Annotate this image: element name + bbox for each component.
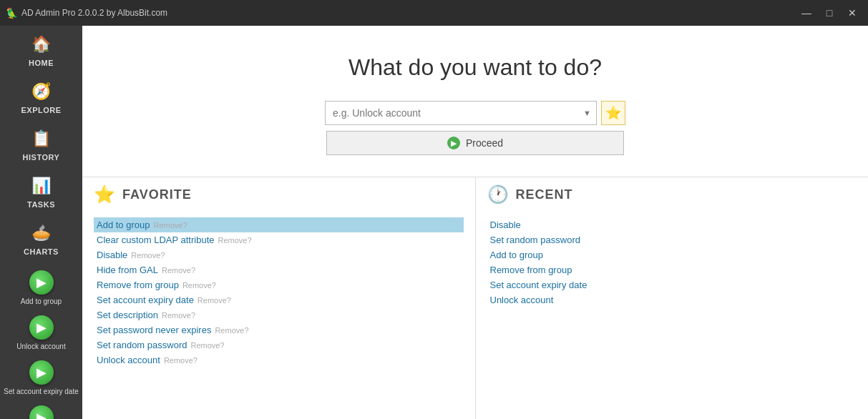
- minimize-button[interactable]: —: [796, 3, 816, 23]
- recent-item-name-2: Add to group: [490, 250, 543, 260]
- favorite-item-action-4: Remove?: [182, 281, 216, 290]
- charts-icon: 🥧: [30, 222, 53, 245]
- window-controls: — □ ✕: [796, 3, 862, 23]
- favorite-header: ⭐ FAVORITE: [94, 184, 464, 209]
- search-row: ▼ ⭐: [97, 101, 854, 125]
- favorite-item-name-5: Set account expiry date: [97, 295, 194, 305]
- remove-circle-icon: ▶: [29, 405, 54, 419]
- recent-panel-title: RECENT: [516, 187, 573, 202]
- content-area: What do you want to do? ▼ ⭐ ▶ Proceed ⭐: [82, 26, 868, 419]
- app-title: AD Admin Pro 2.0.0.2 by AlbusBit.com: [21, 8, 796, 18]
- add-group-circle-icon: ▶: [29, 270, 54, 295]
- favorite-item-name-4: Remove from group: [97, 280, 179, 290]
- recent-item-2[interactable]: Add to group: [487, 247, 857, 262]
- favorite-item-action-6: Remove?: [162, 311, 195, 320]
- favorite-item-action-0: Remove?: [153, 221, 187, 230]
- favorite-item-action-1: Remove?: [218, 236, 252, 245]
- sidebar-item-explore[interactable]: 🧭 EXPLORE: [0, 73, 82, 120]
- search-input[interactable]: [325, 101, 597, 125]
- home-icon: 🏠: [30, 33, 53, 56]
- app-icon: 🦜: [6, 7, 17, 19]
- favorite-item-7[interactable]: Set password never expires Remove?: [94, 322, 464, 337]
- favorite-item-name-1: Clear custom LDAP attribute: [97, 235, 215, 245]
- tasks-icon: 📊: [30, 174, 53, 197]
- sidebar-task-add-group[interactable]: ▶ Add to group: [0, 265, 82, 310]
- favorite-item-action-7: Remove?: [215, 326, 248, 335]
- favorite-item-1[interactable]: Clear custom LDAP attribute Remove?: [94, 232, 464, 247]
- sidebar-label-tasks: TASKS: [27, 200, 55, 209]
- sidebar-task-label-expiry: Set account expiry date: [4, 388, 79, 395]
- favorite-item-action-5: Remove?: [198, 296, 231, 305]
- favorite-item-name-2: Disable: [97, 250, 127, 260]
- sidebar-task-expiry[interactable]: ▶ Set account expiry date: [0, 355, 82, 400]
- favorite-item-name-6: Set description: [97, 310, 158, 320]
- favorite-item-name-0: Add to group: [97, 220, 150, 230]
- favorite-panel-title: FAVORITE: [122, 187, 192, 202]
- unlock-circle-icon: ▶: [29, 315, 54, 340]
- recent-item-4[interactable]: Set account expiry date: [487, 277, 857, 292]
- favorite-item-6[interactable]: Set description Remove?: [94, 307, 464, 322]
- sidebar-item-tasks[interactable]: 📊 TASKS: [0, 167, 82, 215]
- recent-clock-icon: 🕐: [487, 184, 509, 204]
- history-icon: 📋: [30, 127, 53, 150]
- recent-panel: 🕐 RECENT Disable Set random password Add…: [476, 177, 869, 419]
- favorite-item-2[interactable]: Disable Remove?: [94, 247, 464, 262]
- close-button[interactable]: ✕: [842, 3, 862, 23]
- proceed-play-icon: ▶: [447, 137, 460, 149]
- favorite-item-action-2: Remove?: [131, 251, 165, 260]
- recent-item-0[interactable]: Disable: [487, 217, 857, 232]
- sidebar-task-unlock[interactable]: ▶ Unlock account: [0, 310, 82, 355]
- proceed-label: Proceed: [466, 137, 503, 149]
- bottom-section: ⭐ FAVORITE Add to group Remove? Clear cu…: [82, 177, 868, 419]
- sidebar-label-charts: CHARTS: [24, 247, 59, 256]
- favorite-item-0[interactable]: Add to group Remove?: [94, 217, 464, 232]
- recent-item-1[interactable]: Set random password: [487, 232, 857, 247]
- favorite-item-action-8: Remove?: [190, 341, 224, 350]
- titlebar: 🦜 AD Admin Pro 2.0.0.2 by AlbusBit.com —…: [0, 0, 868, 26]
- favorite-item-action-9: Remove?: [164, 356, 198, 365]
- favorite-item-name-8: Set random password: [97, 340, 187, 350]
- page-title: What do you want to do?: [97, 54, 854, 81]
- favorite-star-icon: ⭐: [94, 184, 115, 204]
- sidebar: 🏠 HOME 🧭 EXPLORE 📋 HISTORY 📊 TASKS 🥧 CHA…: [0, 26, 82, 419]
- recent-item-name-5: Unlock account: [490, 295, 554, 305]
- sidebar-item-charts[interactable]: 🥧 CHARTS: [0, 215, 82, 262]
- favorite-item-name-3: Hide from GAL: [97, 265, 158, 275]
- favorite-item-8[interactable]: Set random password Remove?: [94, 337, 464, 353]
- top-section: What do you want to do? ▼ ⭐ ▶ Proceed: [82, 26, 868, 177]
- sidebar-task-label-add-group: Add to group: [21, 297, 62, 305]
- favorite-item-name-7: Set password never expires: [97, 325, 211, 335]
- favorite-item-action-3: Remove?: [162, 266, 195, 275]
- recent-item-name-1: Set random password: [490, 235, 580, 245]
- sidebar-label-home: HOME: [29, 59, 54, 67]
- sidebar-item-history[interactable]: 📋 HISTORY: [0, 120, 82, 167]
- explore-icon: 🧭: [30, 80, 53, 103]
- favorite-panel: ⭐ FAVORITE Add to group Remove? Clear cu…: [82, 177, 476, 419]
- expiry-circle-icon: ▶: [29, 360, 54, 385]
- proceed-row: ▶ Proceed: [97, 131, 854, 155]
- recent-item-name-0: Disable: [490, 220, 521, 230]
- recent-item-name-3: Remove from group: [490, 265, 572, 275]
- sidebar-task-remove[interactable]: ▶ Remove from: [0, 400, 82, 419]
- sidebar-task-label-unlock: Unlock account: [16, 342, 65, 350]
- proceed-button[interactable]: ▶ Proceed: [326, 131, 624, 155]
- favorite-item-9[interactable]: Unlock account Remove?: [94, 353, 464, 368]
- search-input-wrapper: ▼: [325, 101, 597, 125]
- recent-item-3[interactable]: Remove from group: [487, 262, 857, 277]
- recent-header: 🕐 RECENT: [487, 184, 857, 209]
- favorite-item-5[interactable]: Set account expiry date Remove?: [94, 292, 464, 307]
- maximize-button[interactable]: □: [819, 3, 839, 23]
- favorite-item-4[interactable]: Remove from group Remove?: [94, 277, 464, 292]
- favorite-star-button[interactable]: ⭐: [601, 101, 625, 125]
- app-body: 🏠 HOME 🧭 EXPLORE 📋 HISTORY 📊 TASKS 🥧 CHA…: [0, 26, 868, 419]
- sidebar-item-home[interactable]: 🏠 HOME: [0, 26, 82, 73]
- sidebar-label-explore: EXPLORE: [21, 106, 61, 114]
- favorite-item-3[interactable]: Hide from GAL Remove?: [94, 262, 464, 277]
- recent-item-5[interactable]: Unlock account: [487, 292, 857, 307]
- recent-item-name-4: Set account expiry date: [490, 280, 587, 290]
- sidebar-label-history: HISTORY: [23, 153, 60, 162]
- favorite-item-name-9: Unlock account: [97, 355, 160, 365]
